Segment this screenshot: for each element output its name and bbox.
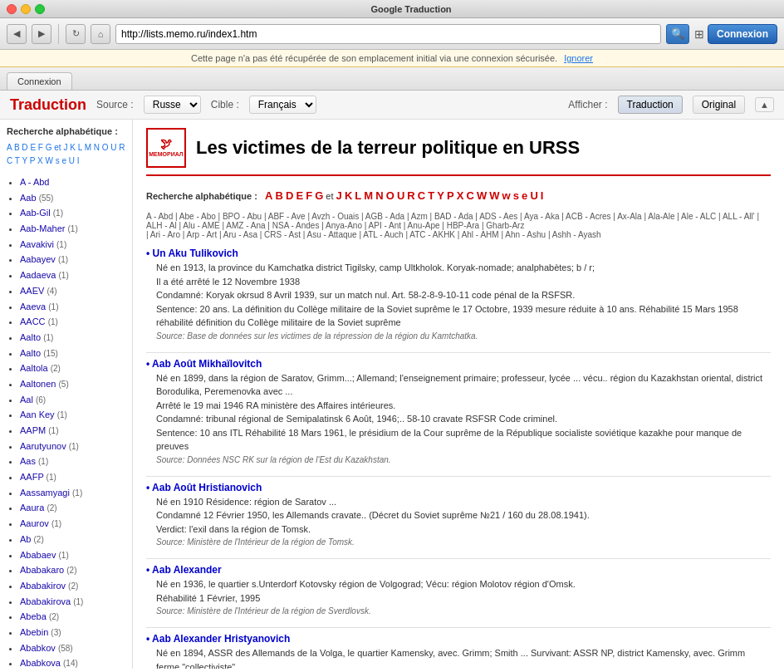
- alpha-N[interactable]: N: [94, 143, 100, 152]
- alpha-D[interactable]: D: [22, 143, 27, 152]
- alpha-link-w[interactable]: w: [502, 189, 511, 202]
- sidebar-item[interactable]: Ababakaro (2): [20, 562, 125, 578]
- sidebar-item[interactable]: Abebin (3): [20, 625, 125, 640]
- alpha-J[interactable]: et J: [54, 143, 67, 152]
- collapse-btn[interactable]: ▲: [755, 97, 774, 112]
- sidebar-item[interactable]: Ababakirova (1): [20, 594, 125, 610]
- alpha-link-Y[interactable]: Y: [437, 189, 444, 202]
- sidebar-item[interactable]: Aabayev (1): [20, 252, 125, 267]
- alpha-O[interactable]: O: [102, 143, 109, 152]
- sidebar-item[interactable]: Aas (1): [20, 454, 125, 469]
- sidebar-item[interactable]: Aassamyagi (1): [20, 485, 125, 501]
- alpha-W[interactable]: W: [45, 156, 52, 165]
- alpha-X[interactable]: X: [37, 156, 43, 165]
- alpha-U[interactable]: U: [110, 143, 116, 152]
- alpha-link-T[interactable]: T: [428, 189, 434, 202]
- home-button[interactable]: ⌂: [91, 24, 110, 44]
- sidebar-item[interactable]: Aarutyunov (1): [20, 439, 125, 454]
- alpha-link-D[interactable]: D: [286, 189, 293, 202]
- sidebar-item[interactable]: Aan Key (1): [20, 407, 125, 423]
- sidebar-item[interactable]: Ab (2): [20, 532, 125, 547]
- sidebar-item[interactable]: Abeba (2): [20, 609, 125, 625]
- sidebar-item[interactable]: A - Abd: [20, 174, 125, 190]
- alpha-link-K[interactable]: K: [345, 189, 352, 202]
- person-name[interactable]: • Aab Août Mikhaïlovitch: [146, 358, 771, 370]
- person-name[interactable]: • Aab Août Hristianovich: [146, 482, 771, 493]
- alpha-link-UI[interactable]: U: [530, 189, 537, 202]
- sidebar-item[interactable]: AACC (1): [20, 314, 125, 330]
- sidebar-item[interactable]: Aaltonen (5): [20, 376, 125, 392]
- sidebar-item[interactable]: Ababakirov (2): [20, 578, 125, 594]
- sidebar-item[interactable]: AAPM (1): [20, 423, 125, 439]
- alpha-link-E[interactable]: E: [296, 189, 303, 202]
- alpha-B[interactable]: B: [14, 143, 20, 152]
- forward-button[interactable]: ▶: [32, 24, 51, 44]
- alpha-C[interactable]: C: [7, 156, 12, 165]
- alpha-E[interactable]: E: [30, 143, 36, 152]
- close-button[interactable]: [7, 4, 17, 14]
- sidebar-item[interactable]: Aalto (1): [20, 330, 125, 346]
- alpha-link-L[interactable]: L: [355, 189, 361, 202]
- sidebar-item[interactable]: Aaurov (1): [20, 516, 125, 532]
- sidebar-item[interactable]: Aalto (15): [20, 346, 125, 361]
- alpha-Y[interactable]: Y: [22, 156, 27, 165]
- url-bar[interactable]: [115, 24, 661, 44]
- alpha-L[interactable]: L: [78, 143, 82, 152]
- alpha-T[interactable]: T: [15, 156, 20, 165]
- sidebar-item[interactable]: Aab-Maher (1): [20, 221, 125, 237]
- alpha-link-P[interactable]: P: [447, 189, 454, 202]
- alpha-link-A[interactable]: A: [265, 189, 272, 202]
- alpha-link-s[interactable]: s: [513, 189, 519, 202]
- alpha-link-I[interactable]: I: [541, 189, 544, 202]
- alpha-link-O[interactable]: O: [386, 189, 394, 202]
- person-name[interactable]: • Aab Alexander: [146, 564, 771, 576]
- minimize-button[interactable]: [21, 4, 31, 14]
- sidebar-item[interactable]: Aal (6): [20, 392, 125, 408]
- maximize-button[interactable]: [35, 4, 45, 14]
- sidebar-item[interactable]: Aaeva (1): [20, 299, 125, 315]
- ignore-link[interactable]: Ignorer: [564, 53, 593, 63]
- alpha-link-X[interactable]: X: [457, 189, 464, 202]
- target-select[interactable]: Français: [249, 96, 316, 114]
- apps-button[interactable]: ⊞: [694, 27, 704, 41]
- alpha-UI[interactable]: U I: [69, 156, 80, 165]
- alpha-link-G[interactable]: G: [315, 189, 323, 202]
- alpha-link-U[interactable]: U: [397, 189, 404, 202]
- alpha-link-M[interactable]: M: [364, 189, 373, 202]
- sidebar-item[interactable]: Ababkov (58): [20, 640, 125, 656]
- sidebar-item[interactable]: Aab (55): [20, 190, 125, 206]
- alpha-link-R[interactable]: R: [407, 189, 414, 202]
- source-select[interactable]: Russe: [144, 96, 201, 114]
- original-btn[interactable]: Original: [693, 96, 745, 114]
- person-name[interactable]: • Un Aku Tulikovich: [146, 248, 771, 259]
- refresh-button[interactable]: ↻: [66, 24, 86, 44]
- alpha-link-W2[interactable]: W: [489, 189, 499, 202]
- alpha-link-C[interactable]: C: [418, 189, 425, 202]
- person-name[interactable]: • Aab Alexander Hristyanovich: [146, 633, 771, 645]
- sidebar-item[interactable]: AAFP (1): [20, 469, 125, 485]
- sidebar-item[interactable]: Ababkova (14): [20, 655, 125, 669]
- sidebar-item[interactable]: Ababaev (1): [20, 547, 125, 563]
- sidebar-letters[interactable]: A B D E F G et J K L M N O U R C T Y P X…: [7, 141, 125, 168]
- alpha-K[interactable]: K: [70, 143, 76, 152]
- sidebar-item[interactable]: Aaura (2): [20, 500, 125, 516]
- sidebar-item[interactable]: Aavakivi (1): [20, 237, 125, 253]
- translation-btn[interactable]: Traduction: [618, 96, 683, 114]
- sidebar-item[interactable]: Aab-Gil (1): [20, 205, 125, 221]
- alpha-s[interactable]: s e: [56, 156, 66, 165]
- sidebar-item[interactable]: AAEV (4): [20, 283, 125, 299]
- tab-connexion[interactable]: Connexion: [7, 72, 72, 90]
- alpha-link-J[interactable]: J: [336, 189, 342, 202]
- go-button[interactable]: 🔍: [666, 24, 689, 44]
- alpha-link-W[interactable]: W: [477, 189, 487, 202]
- sidebar-item[interactable]: Aaltola (2): [20, 361, 125, 376]
- connexion-button[interactable]: Connexion: [708, 24, 777, 44]
- alpha-R[interactable]: R: [119, 143, 125, 152]
- alpha-link-B[interactable]: B: [276, 189, 283, 202]
- alpha-link-C2[interactable]: C: [466, 189, 473, 202]
- alpha-P[interactable]: P: [30, 156, 36, 165]
- alpha-link-F[interactable]: F: [306, 189, 312, 202]
- back-button[interactable]: ◀: [7, 24, 27, 44]
- alpha-G[interactable]: G: [46, 143, 52, 152]
- alpha-A[interactable]: A: [7, 143, 12, 152]
